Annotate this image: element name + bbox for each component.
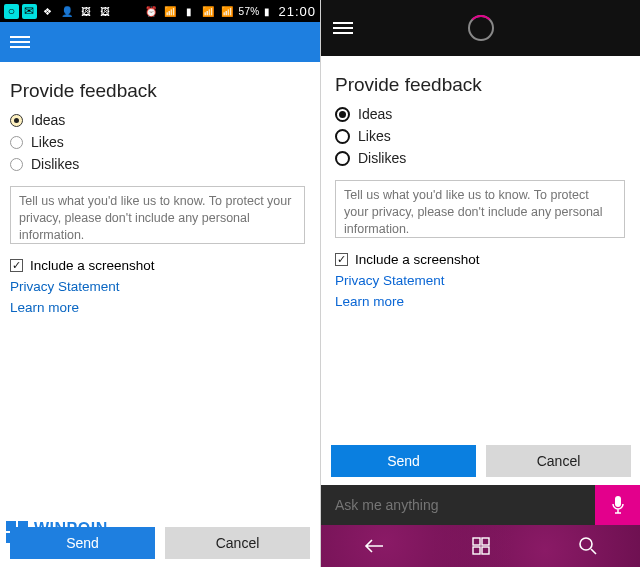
feedback-textarea[interactable]	[10, 186, 305, 244]
wifi-icon: 📶	[163, 3, 179, 19]
radio-icon	[335, 107, 350, 122]
learn-more-link[interactable]: Learn more	[10, 300, 310, 315]
cortana-ask-bar	[321, 485, 640, 525]
footer: Send Cancel	[321, 437, 640, 567]
send-button[interactable]: Send	[331, 445, 476, 477]
learn-more-link[interactable]: Learn more	[335, 294, 628, 309]
battery-icon: ▮	[259, 3, 275, 19]
radio-likes[interactable]: Likes	[10, 134, 310, 150]
radio-ideas[interactable]: Ideas	[335, 106, 628, 122]
svg-rect-1	[473, 538, 480, 545]
windows-icon	[472, 537, 490, 555]
svg-rect-3	[473, 547, 480, 554]
radio-icon	[10, 158, 23, 171]
home-button[interactable]	[428, 525, 535, 567]
signal-icon: 📶	[201, 3, 217, 19]
search-icon	[578, 536, 598, 556]
screenshot-checkbox[interactable]: Include a screenshot	[335, 252, 628, 267]
image-icon: 🖼	[78, 3, 94, 19]
notif-icon: ✉	[22, 4, 37, 19]
cancel-button[interactable]: Cancel	[165, 527, 310, 559]
privacy-link[interactable]: Privacy Statement	[335, 273, 628, 288]
checkbox-label: Include a screenshot	[30, 258, 155, 273]
alarm-icon: ⏰	[144, 3, 160, 19]
hamburger-icon[interactable]	[10, 33, 30, 51]
mic-icon	[611, 495, 625, 515]
send-button[interactable]: Send	[10, 527, 155, 559]
status-bar: ○ ✉ ❖ 👤 🖼 🖼 ⏰ 📶 ▮ 📶 📶 57% ▮ 21:00	[0, 0, 320, 22]
image-icon: 🖼	[97, 3, 113, 19]
radio-ideas[interactable]: Ideas	[10, 112, 310, 128]
person-icon: 👤	[59, 3, 75, 19]
footer: WINPOIN #1 Windows Portal Indonesia Send…	[0, 518, 320, 567]
feedback-textarea[interactable]	[335, 180, 625, 238]
notif-icon: ○	[4, 4, 19, 19]
radio-label: Likes	[31, 134, 64, 150]
mic-button[interactable]	[595, 485, 640, 525]
checkbox-label: Include a screenshot	[355, 252, 480, 267]
battery-pct: 57%	[239, 6, 260, 17]
bbm-icon: ❖	[40, 3, 56, 19]
android-screen: ○ ✉ ❖ 👤 🖼 🖼 ⏰ 📶 ▮ 📶 📶 57% ▮ 21:00 Provid…	[0, 0, 320, 567]
windows-screen: Provide feedback Ideas Likes Dislikes In…	[320, 0, 640, 567]
hamburger-icon[interactable]	[333, 19, 353, 37]
radio-label: Dislikes	[31, 156, 79, 172]
feedback-form: Provide feedback Ideas Likes Dislikes In…	[321, 56, 640, 309]
radio-icon	[10, 114, 23, 127]
radio-icon	[10, 136, 23, 149]
page-title: Provide feedback	[10, 80, 310, 102]
svg-rect-0	[615, 496, 621, 507]
radio-label: Ideas	[31, 112, 65, 128]
radio-label: Ideas	[358, 106, 392, 122]
signal-icon: 📶	[220, 3, 236, 19]
app-header	[0, 22, 320, 62]
back-icon	[363, 538, 385, 554]
sim1-icon: ▮	[182, 3, 198, 19]
checkbox-icon	[335, 253, 348, 266]
nav-bar	[321, 525, 640, 567]
radio-label: Likes	[358, 128, 391, 144]
radio-dislikes[interactable]: Dislikes	[10, 156, 310, 172]
clock: 21:00	[278, 4, 316, 19]
screenshot-checkbox[interactable]: Include a screenshot	[10, 258, 310, 273]
cancel-button[interactable]: Cancel	[486, 445, 631, 477]
radio-label: Dislikes	[358, 150, 406, 166]
svg-rect-4	[482, 547, 489, 554]
feedback-form: Provide feedback Ideas Likes Dislikes In…	[0, 62, 320, 315]
cortana-icon[interactable]	[468, 15, 494, 41]
search-button[interactable]	[534, 525, 640, 567]
svg-rect-2	[482, 538, 489, 545]
page-title: Provide feedback	[335, 74, 628, 96]
app-header	[321, 0, 640, 56]
radio-icon	[335, 129, 350, 144]
radio-icon	[335, 151, 350, 166]
radio-dislikes[interactable]: Dislikes	[335, 150, 628, 166]
radio-likes[interactable]: Likes	[335, 128, 628, 144]
checkbox-icon	[10, 259, 23, 272]
ask-input[interactable]	[321, 497, 595, 513]
privacy-link[interactable]: Privacy Statement	[10, 279, 310, 294]
back-button[interactable]	[321, 525, 428, 567]
svg-point-5	[580, 538, 592, 550]
